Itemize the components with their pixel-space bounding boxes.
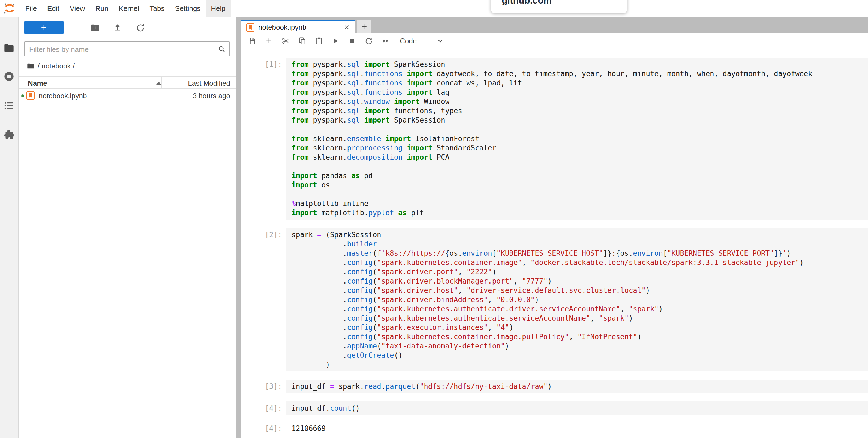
main-dock-panel: notebook.ipynb [241,17,868,438]
activity-bar [0,18,19,438]
execution-count: [2]: [241,228,286,372]
execution-count: [4]: [241,421,286,433]
plus-icon [360,23,368,31]
browser-suggestion-popup[interactable]: github.com [491,0,627,13]
upload-button[interactable] [113,23,122,32]
menu-bar: File Edit View Run Kernel Tabs Settings … [0,0,868,18]
tab-notebook[interactable]: notebook.ipynb [241,20,354,33]
notebook-toolbar: Code [241,33,868,49]
file-row[interactable]: notebook.ipynb 3 hours ago [19,89,236,103]
kernel-running-dot [21,94,24,97]
suggestion-text[interactable]: github.com [502,0,552,6]
cell-type-value: Code [400,37,417,45]
add-cell-button[interactable] [263,35,275,47]
refresh-button[interactable] [136,23,145,32]
new-folder-button[interactable] [91,23,100,32]
execution-count: [1]: [241,58,286,220]
code-cell: [2]:spark = (SparkSession .builder .mast… [241,228,868,372]
tab-bar: notebook.ipynb [241,17,868,33]
code-cell: [1]:from pyspark.sql import SparkSession… [241,58,868,220]
column-header-last-modified[interactable]: Last Modified [188,79,230,88]
menu-edit[interactable]: Edit [42,0,65,17]
code-cell: [4]:input_df.count() [241,402,868,415]
new-tab-button[interactable] [357,20,371,33]
menu-kernel[interactable]: Kernel [114,0,144,17]
close-tab-icon[interactable] [343,24,350,31]
panel-split-handle[interactable] [236,18,241,438]
tab-label: notebook.ipynb [258,23,306,32]
extensions-icon[interactable] [4,129,14,140]
output-area: 12106669 [286,421,868,433]
cell-type-select[interactable]: Code [400,37,444,45]
paste-cells-button[interactable] [313,35,325,47]
cell-list: [1]:from pyspark.sql import SparkSession… [241,58,868,433]
file-listing-header: Name Last Modified [19,77,236,89]
column-divider [161,77,162,88]
table-of-contents-icon[interactable] [4,100,14,111]
breadcrumb[interactable]: / notebook / [27,61,75,71]
output-cell: [4]:12106669 [241,421,868,433]
restart-run-all-button[interactable] [379,35,391,47]
cut-cells-button[interactable] [280,35,291,47]
notebook-scroll-area[interactable]: [1]:from pyspark.sql import SparkSession… [241,49,868,438]
code-editor[interactable]: input_df = spark.read.parquet("hdfs://hd… [286,380,868,393]
code-editor[interactable]: spark = (SparkSession .builder .master(f… [286,228,868,372]
menu-file[interactable]: File [20,0,42,17]
home-folder-icon[interactable] [27,62,34,70]
interrupt-kernel-button[interactable] [346,35,358,47]
jupyter-logo-icon [3,2,16,15]
notebook-file-icon [246,24,254,32]
run-cell-button[interactable] [330,35,341,47]
search-icon [218,45,226,53]
new-launcher-button[interactable] [24,21,64,34]
menu-run[interactable]: Run [90,0,114,17]
save-button[interactable] [246,35,258,47]
menu-settings[interactable]: Settings [169,0,206,17]
file-browser-panel: Filter files by name / notebook / Name L… [19,18,236,438]
execution-count: [3]: [241,380,286,393]
code-editor[interactable]: from pyspark.sql import SparkSessionfrom… [286,58,868,220]
sort-ascending-icon [156,82,161,85]
execution-count: [4]: [241,402,286,415]
filter-placeholder: Filter files by name [29,45,89,54]
file-name: notebook.ipynb [39,92,87,100]
plus-icon [40,24,48,32]
menu-tabs[interactable]: Tabs [144,0,169,17]
chevron-down-icon [436,37,444,45]
copy-cells-button[interactable] [296,35,308,47]
code-cell: [3]:input_df = spark.read.parquet("hdfs:… [241,380,868,393]
restart-kernel-button[interactable] [363,35,375,47]
notebook-file-icon [27,91,35,99]
file-modified-time: 3 hours ago [193,92,230,100]
running-kernels-icon[interactable] [4,71,14,82]
code-editor[interactable]: input_df.count() [286,402,868,415]
menu-help[interactable]: Help [206,0,230,17]
filter-files-input[interactable]: Filter files by name [24,41,229,57]
file-browser-icon[interactable] [4,42,14,54]
column-header-name[interactable]: Name [28,79,47,88]
breadcrumb-path: / notebook / [38,62,75,70]
menu-view[interactable]: View [65,0,90,17]
